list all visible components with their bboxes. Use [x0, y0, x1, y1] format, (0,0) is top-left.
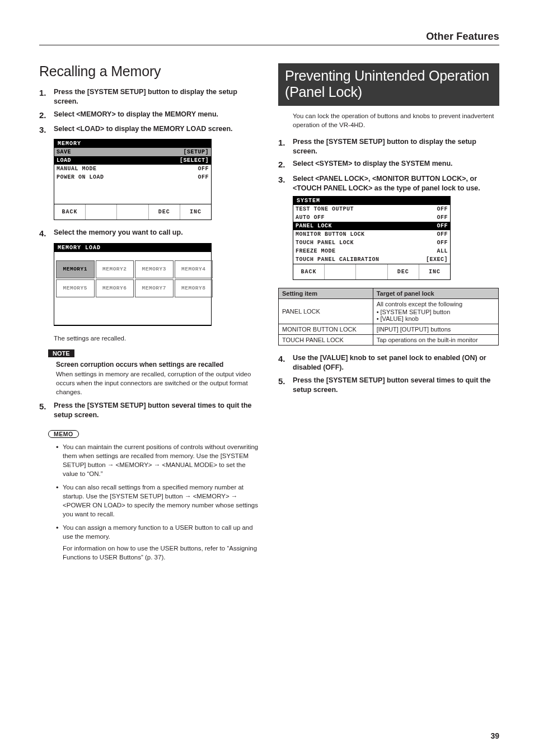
row-save: SAVE[SETUP] [54, 148, 211, 156]
memory6-cell: MEMORY6 [96, 279, 134, 297]
memory-menu-screen: MEMORY SAVE[SETUP] LOAD[SELECT] MANUAL M… [54, 139, 212, 220]
r-step-5-text: Press the [SYSTEM SETUP] button several … [293, 376, 491, 394]
td-monitor-lock: MONITOR BUTTON LOCK [279, 324, 373, 335]
r-footer-blank: . [325, 264, 356, 279]
step-2-text: Select <MEMORY> to display the MEMORY me… [54, 110, 218, 118]
memo-bullet-3-sub: For information on how to use the USER b… [63, 544, 260, 562]
memo-badge: MEMO [48, 430, 79, 438]
memory2-cell: MEMORY2 [96, 260, 134, 278]
screen2-title: MEMORY LOAD [54, 244, 211, 252]
recalled-text: The settings are recalled. [54, 334, 260, 343]
r-step-3-text: Select <PANEL LOCK>, <MONITOR BUTTON LOC… [293, 175, 480, 192]
memory8-cell: MEMORY8 [175, 279, 213, 297]
step-5: Press the [SYSTEM SETUP] button several … [39, 401, 260, 420]
footer-back: BACK [54, 204, 86, 220]
heading-panel-lock: Preventing Unintended Operation (Panel L… [285, 68, 493, 100]
memory5-cell: MEMORY5 [56, 279, 95, 297]
r-step-5: Press the [SYSTEM SETUP] button several … [278, 376, 499, 395]
r-screen-footer: BACK . . DEC INC [293, 264, 450, 279]
r-step-1: Press the [SYSTEM SETUP] button to displ… [278, 137, 499, 156]
step-4: Select the memory you want to call up. [39, 228, 260, 239]
left-column: Recalling a Memory Press the [SYSTEM SET… [39, 63, 260, 566]
r-step-4-text: Use the [VALUE] knob to set panel lock t… [293, 354, 486, 371]
row-panel-lock: PANEL LOCKOFF [293, 222, 450, 230]
memory1-cell: MEMORY1 [56, 260, 95, 278]
r-footer-back: BACK [293, 264, 325, 279]
note-badge: NOTE [48, 349, 74, 357]
note-title: Screen corruption occurs when settings a… [56, 361, 260, 368]
panel-lock-intro: You can lock the operation of buttons an… [293, 111, 499, 129]
r-footer-dec: DEC [388, 264, 419, 279]
td-touch-lock-target: Tap operations on the built-in monitor [373, 335, 498, 346]
note-body: When settings in memory are recalled, co… [56, 370, 260, 396]
memory3-cell: MEMORY3 [135, 260, 174, 278]
panel-lock-except-1: [SYSTEM SETUP] button [377, 309, 495, 315]
r-footer-inc: INC [419, 264, 450, 279]
r-step-2: Select <SYSTEM> to display the SYSTEM me… [278, 159, 499, 170]
row-monitor-lock: MONITOR BUTTON LOCKOFF [293, 230, 450, 239]
system-menu-screen: SYSTEM TEST TONE OUTPUTOFF AUTO OFFOFF P… [293, 196, 451, 280]
step-4-text: Select the memory you want to call up. [54, 228, 183, 236]
r-footer-blank: . [356, 264, 387, 279]
td-panel-lock-target: All controls except the following [SYSTE… [373, 299, 498, 324]
step-3-text: Select <LOAD> to display the MEMORY LOAD… [54, 125, 233, 133]
memory-load-screen: MEMORY LOAD MEMORY1 MEMORY2 MEMORY3 MEMO… [54, 243, 212, 326]
step-2: Select <MEMORY> to display the MEMORY me… [39, 110, 260, 121]
panel-lock-table: Setting item Target of panel lock PANEL … [278, 288, 499, 346]
heading-panel-lock-wrap: Preventing Unintended Operation (Panel L… [278, 63, 499, 106]
screen-footer: BACK . . DEC INC [54, 204, 211, 220]
r-screen-title: SYSTEM [293, 197, 450, 205]
memo-bullet-3: You can assign a memory function to a US… [56, 523, 260, 561]
step-5-text: Press the [SYSTEM SETUP] button several … [54, 402, 252, 419]
r-step-3: Select <PANEL LOCK>, <MONITOR BUTTON LOC… [278, 174, 499, 193]
heading-recall: Recalling a Memory [39, 63, 260, 80]
right-column: Preventing Unintended Operation (Panel L… [278, 63, 499, 566]
panel-lock-except-2: [VALUE] knob [377, 315, 495, 322]
step-1: Press the [SYSTEM SETUP] button to displ… [39, 87, 260, 106]
footer-dec: DEC [149, 204, 180, 220]
r-step-1-text: Press the [SYSTEM SETUP] button to displ… [293, 138, 476, 155]
row-touch-lock: TOUCH PANEL LOCKOFF [293, 239, 450, 247]
row-test-tone: TEST TONE OUTPUTOFF [293, 205, 450, 213]
row-manual-mode: MANUAL MODEOFF [54, 165, 211, 173]
row-auto-off: AUTO OFFOFF [293, 213, 450, 222]
row-load: LOAD[SELECT] [54, 156, 211, 165]
td-panel-lock: PANEL LOCK [279, 299, 373, 324]
footer-inc: INC [180, 204, 211, 220]
step-3: Select <LOAD> to display the MEMORY LOAD… [39, 124, 260, 136]
screen-title: MEMORY [54, 139, 211, 148]
th-setting-item: Setting item [279, 288, 373, 299]
td-monitor-lock-target: [INPUT] [OUTPUT] buttons [373, 324, 498, 335]
memo-bullet-1: You can maintain the current positions o… [56, 442, 260, 478]
td-touch-lock: TOUCH PANEL LOCK [279, 335, 373, 346]
section-header: Other Features [39, 31, 499, 43]
footer-blank: . [117, 204, 148, 220]
memo-bullet-2: You can also recall settings from a spec… [56, 483, 260, 519]
row-power-on-load: POWER ON LOADOFF [54, 173, 211, 181]
row-touch-cal: TOUCH PANEL CALIBRATION[EXEC] [293, 255, 450, 264]
memory7-cell: MEMORY7 [135, 279, 174, 297]
r-step-4: Use the [VALUE] knob to set panel lock t… [278, 353, 499, 372]
step-1-text: Press the [SYSTEM SETUP] button to displ… [54, 88, 237, 105]
row-freeze-mode: FREEZE MODEALL [293, 247, 450, 255]
r-step-2-text: Select <SYSTEM> to display the SYSTEM me… [293, 160, 453, 167]
memory4-cell: MEMORY4 [175, 260, 213, 278]
page-number: 39 [490, 731, 499, 740]
footer-blank: . [86, 204, 117, 220]
header-rule [39, 45, 499, 45]
th-target: Target of panel lock [373, 288, 498, 299]
